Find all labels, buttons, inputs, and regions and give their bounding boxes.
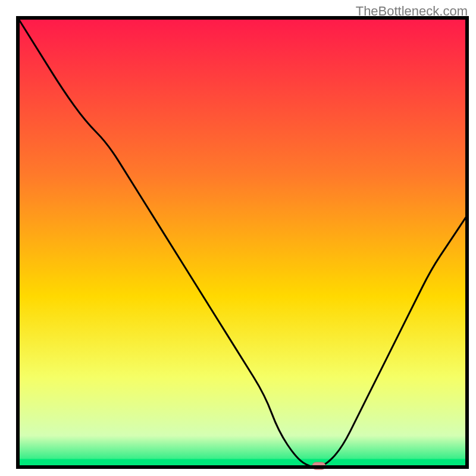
bottleneck-chart [0,0,476,476]
watermark-text: TheBottleneck.com [356,4,468,19]
plot-background [18,18,467,467]
chart-container: TheBottleneck.com [0,0,476,476]
